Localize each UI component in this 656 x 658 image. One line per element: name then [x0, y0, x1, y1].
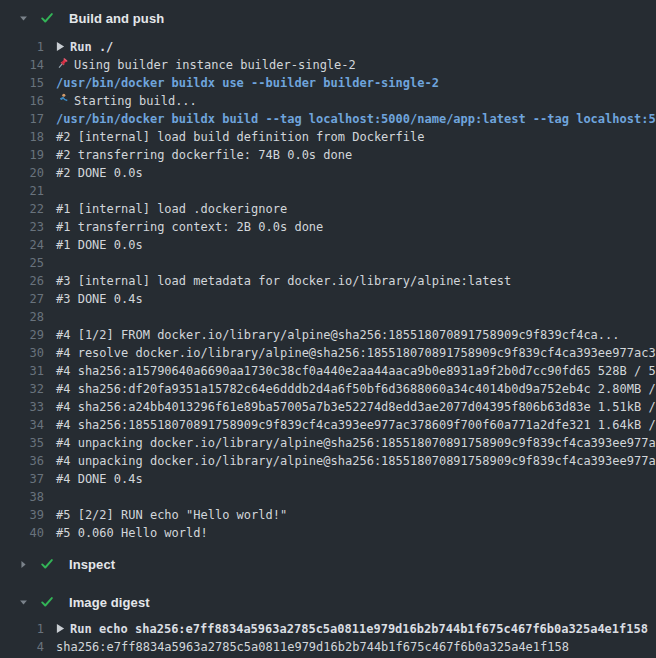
- step-log-lines: 1Run echo sha256:e7ff8834a5963a2785c5a08…: [0, 620, 656, 658]
- log-line: 15/usr/bin/docker buildx use --builder b…: [0, 74, 656, 92]
- log-text-value: #4 DONE 0.4s: [56, 472, 143, 486]
- line-number-link[interactable]: 28: [0, 308, 44, 326]
- log-line: 34#4 sha256:185518070891758909c9f839cf4c…: [0, 416, 656, 434]
- log-text-value: #4 [1/2] FROM docker.io/library/alpine@s…: [56, 328, 620, 342]
- line-number-link[interactable]: 32: [0, 380, 44, 398]
- chevron-right-icon[interactable]: [18, 559, 30, 570]
- line-number-link[interactable]: 26: [0, 272, 44, 290]
- log-text-value: #2 transferring dockerfile: 74B 0.0s don…: [56, 148, 352, 162]
- line-number-link[interactable]: 25: [0, 254, 44, 272]
- log-text-value: #4 sha256:a24bb4013296f61e89ba57005a7b3e…: [56, 400, 656, 414]
- step-title: Inspect: [69, 557, 115, 572]
- line-number-link[interactable]: 35: [0, 434, 44, 452]
- check-success-icon: [40, 557, 54, 571]
- line-number-link[interactable]: 18: [0, 128, 44, 146]
- line-number-link[interactable]: 1: [0, 620, 44, 638]
- line-number-link[interactable]: 15: [0, 74, 44, 92]
- log-text-value: Using builder instance builder-single-2: [74, 58, 356, 72]
- log-line: 39#5 [2/2] RUN echo "Hello world!": [0, 506, 656, 524]
- line-number-link[interactable]: 29: [0, 326, 44, 344]
- log-text-value: sha256:e7ff8834a5963a2785c5a0811e979d16b…: [56, 640, 569, 654]
- log-line: 17/usr/bin/docker buildx build --tag loc…: [0, 110, 656, 128]
- log-line: 23#1 transferring context: 2B 0.0s done: [0, 218, 656, 236]
- play-icon[interactable]: [56, 620, 65, 638]
- line-number-link[interactable]: 22: [0, 200, 44, 218]
- log-line: 25: [0, 254, 656, 272]
- log-text: #2 [internal] load build definition from…: [56, 128, 424, 146]
- log-line: 14Using builder instance builder-single-…: [0, 56, 656, 74]
- log-text: /usr/bin/docker buildx build --tag local…: [56, 110, 656, 128]
- line-number-link[interactable]: 38: [0, 488, 44, 506]
- log-line: 36#4 unpacking docker.io/library/alpine@…: [0, 452, 656, 470]
- line-number-link[interactable]: 14: [0, 56, 44, 74]
- log-line: 19#2 transferring dockerfile: 74B 0.0s d…: [0, 146, 656, 164]
- log-text-value: #4 sha256:df20fa9351a15782c64e6dddb2d4a6…: [56, 382, 656, 396]
- run-group-toggle[interactable]: Run echo sha256:e7ff8834a5963a2785c5a081…: [56, 620, 648, 638]
- line-number-link[interactable]: 34: [0, 416, 44, 434]
- line-number-link[interactable]: 40: [0, 524, 44, 542]
- chevron-down-icon[interactable]: [18, 597, 30, 608]
- log-line: 38: [0, 488, 656, 506]
- log-line: 37#4 DONE 0.4s: [0, 470, 656, 488]
- log-text: #4 sha256:185518070891758909c9f839cf4ca3…: [56, 416, 656, 434]
- log-text-value: #1 [internal] load .dockerignore: [56, 202, 287, 216]
- line-number-link[interactable]: 39: [0, 506, 44, 524]
- log-text: #4 sha256:a15790640a6690aa1730c38cf0a440…: [56, 362, 656, 380]
- play-icon[interactable]: [56, 38, 65, 56]
- run-group-toggle[interactable]: Run ./: [56, 38, 113, 56]
- step-section-image-digest: Image digest 1Run echo sha256:e7ff8834a5…: [0, 588, 656, 658]
- step-section-build-and-push: Build and push 1Run ./14Using builder in…: [0, 0, 656, 550]
- line-number-link[interactable]: 1: [0, 38, 44, 56]
- log-text-value: #3 [internal] load metadata for docker.i…: [56, 274, 511, 288]
- log-text: Using builder instance builder-single-2: [56, 56, 356, 74]
- line-number-link[interactable]: 31: [0, 362, 44, 380]
- log-text-value: /usr/bin/docker buildx use --builder bui…: [56, 76, 439, 90]
- line-number-link[interactable]: 27: [0, 290, 44, 308]
- pushpin-icon: [56, 56, 69, 74]
- log-text-value: Starting build...: [74, 94, 197, 108]
- step-header-image-digest[interactable]: Image digest: [0, 588, 656, 616]
- log-line: 21: [0, 182, 656, 200]
- log-text: Starting build...: [56, 92, 197, 110]
- log-text: sha256:e7ff8834a5963a2785c5a0811e979d16b…: [56, 638, 569, 656]
- step-log-lines: 1Run ./14Using builder instance builder-…: [0, 38, 656, 550]
- step-header-inspect[interactable]: Inspect: [0, 550, 656, 578]
- line-number-link[interactable]: 33: [0, 398, 44, 416]
- line-number-link[interactable]: 37: [0, 470, 44, 488]
- log-line: 28: [0, 308, 656, 326]
- log-line: 30#4 resolve docker.io/library/alpine@sh…: [0, 344, 656, 362]
- line-number-link[interactable]: 20: [0, 164, 44, 182]
- log-text: /usr/bin/docker buildx use --builder bui…: [56, 74, 439, 92]
- log-line: 18#2 [internal] load build definition fr…: [0, 128, 656, 146]
- line-number-link[interactable]: 17: [0, 110, 44, 128]
- line-number-link[interactable]: 30: [0, 344, 44, 362]
- line-number-link[interactable]: 4: [0, 638, 44, 656]
- line-number-link[interactable]: 16: [0, 92, 44, 110]
- log-text-value: #4 sha256:a15790640a6690aa1730c38cf0a440…: [56, 364, 656, 378]
- log-text-value: #4 unpacking docker.io/library/alpine@sh…: [56, 454, 656, 468]
- log-text: #4 sha256:a24bb4013296f61e89ba57005a7b3e…: [56, 398, 656, 416]
- line-number-link[interactable]: 19: [0, 146, 44, 164]
- log-line: 35#4 unpacking docker.io/library/alpine@…: [0, 434, 656, 452]
- line-number-link[interactable]: 36: [0, 452, 44, 470]
- runner-icon: [56, 92, 69, 110]
- line-number-link[interactable]: 23: [0, 218, 44, 236]
- chevron-down-icon[interactable]: [18, 13, 30, 24]
- log-text: #4 [1/2] FROM docker.io/library/alpine@s…: [56, 326, 620, 344]
- log-text: #5 0.060 Hello world!: [56, 524, 208, 542]
- log-text: #2 DONE 0.0s: [56, 164, 143, 182]
- log-text: #3 [internal] load metadata for docker.i…: [56, 272, 511, 290]
- step-header-build-and-push[interactable]: Build and push: [0, 4, 656, 32]
- log-line: 16Starting build...: [0, 92, 656, 110]
- check-success-icon: [40, 11, 54, 25]
- log-text-value: Run echo sha256:e7ff8834a5963a2785c5a081…: [70, 622, 648, 636]
- line-number-link[interactable]: 21: [0, 182, 44, 200]
- log-text: #4 sha256:df20fa9351a15782c64e6dddb2d4a6…: [56, 380, 656, 398]
- log-text: #5 [2/2] RUN echo "Hello world!": [56, 506, 287, 524]
- log-line: 27#3 DONE 0.4s: [0, 290, 656, 308]
- log-line: 20#2 DONE 0.0s: [0, 164, 656, 182]
- log-text-value: #4 sha256:185518070891758909c9f839cf4ca3…: [56, 418, 656, 432]
- line-number-link[interactable]: 24: [0, 236, 44, 254]
- workflow-log-viewer: Build and push 1Run ./14Using builder in…: [0, 0, 656, 658]
- step-title: Image digest: [69, 595, 150, 610]
